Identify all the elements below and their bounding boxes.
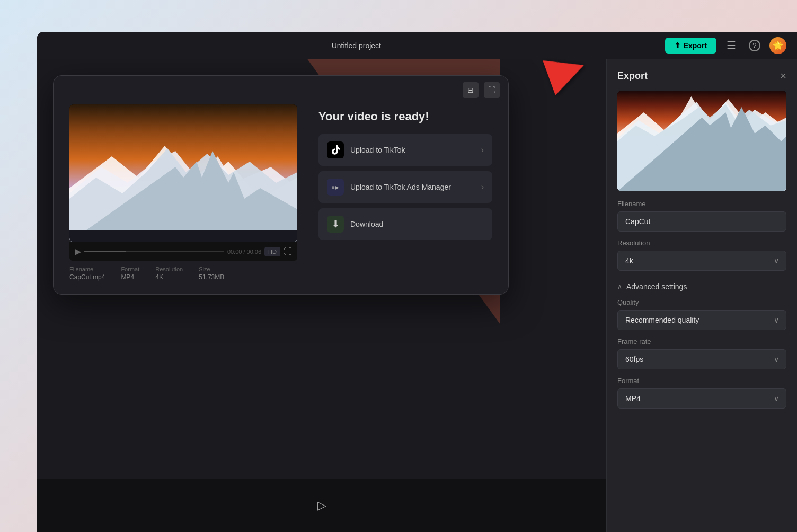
mountain-background-panel: [617, 91, 786, 191]
close-panel-button[interactable]: ×: [780, 70, 786, 82]
upload-tiktok-ads-left: ≡▶ Upload to TikTok Ads Manager: [327, 179, 451, 196]
format-select-wrapper: MP4 MOV GIF: [617, 388, 786, 409]
download-label: Download: [350, 220, 383, 228]
export-up-icon: ⬆: [675, 41, 680, 49]
export-button[interactable]: ⬆ Export: [665, 38, 716, 54]
editor-area: ⊟ ⛶: [37, 59, 606, 532]
download-button[interactable]: ⬇ Download: [318, 208, 492, 240]
download-icon: ⬇: [327, 216, 344, 233]
close-icon: ×: [780, 70, 786, 82]
user-avatar[interactable]: 🌟: [769, 37, 786, 54]
svg-rect-4: [69, 230, 297, 242]
upload-tiktok-ads-button[interactable]: ≡▶ Upload to TikTok Ads Manager ›: [318, 171, 492, 203]
play-icon-small[interactable]: ▶: [75, 246, 81, 256]
menu-icon-button[interactable]: ☰: [723, 37, 740, 54]
panel-header: Export ×: [607, 59, 797, 91]
format-value: MP4: [121, 273, 139, 281]
app-window: Untitled project ⬆ Export ☰ ? 🌟: [37, 32, 797, 532]
size-value: 51.73MB: [199, 273, 224, 281]
framerate-field-label: Frame rate: [617, 338, 786, 345]
advanced-settings-toggle[interactable]: ∧ Advanced settings: [607, 278, 797, 298]
resolution-select-wrapper: 1080p 2k 4k: [617, 251, 786, 271]
upload-tiktok-label: Upload to TikTok: [350, 146, 405, 154]
filename-input[interactable]: [617, 211, 786, 232]
progress-bar[interactable]: [84, 251, 224, 252]
filename-field-group: Filename: [607, 200, 797, 239]
help-icon-button[interactable]: ?: [746, 37, 763, 54]
resolution-field-label: Resolution: [617, 239, 786, 247]
export-label: Export: [684, 41, 707, 50]
editor-strip: ▷: [37, 479, 606, 532]
total-duration: 00:06: [247, 249, 262, 255]
quality-field-group: Quality Recommended quality High quality…: [607, 298, 797, 338]
chevron-right-tiktok-ads: ›: [481, 182, 484, 192]
mountain-background-left: [69, 104, 297, 242]
time-display: 00:00 / 00:06: [227, 249, 261, 255]
project-title: Untitled project: [332, 41, 381, 50]
mountain-svg-left: [69, 146, 297, 242]
upload-tiktok-left: Upload to TikTok: [327, 141, 405, 158]
mountain-svg-panel: [617, 91, 786, 191]
quality-badge: HD: [264, 247, 280, 256]
export-preview-thumbnail: [617, 91, 786, 191]
modal-subtitle-icon-button[interactable]: ⊟: [463, 82, 479, 98]
avatar-icon: 🌟: [773, 40, 783, 50]
info-size: Size 51.73MB: [199, 266, 224, 281]
fullscreen-small-icon[interactable]: ⛶: [284, 247, 292, 256]
resolution-value: 4K: [155, 273, 183, 281]
resolution-field-group: Resolution 1080p 2k 4k: [607, 239, 797, 278]
video-thumbnail: [69, 104, 297, 242]
framerate-field-group: Frame rate 24fps 30fps 60fps: [607, 338, 797, 377]
help-icon: ?: [749, 40, 760, 51]
video-preview-section: ▶ 00:00 / 00:06 HD ⛶: [69, 104, 297, 283]
info-filename: Filename CapCut.mp4: [69, 266, 105, 281]
play-button-main[interactable]: ▷: [313, 497, 330, 514]
video-ready-modal: ⊟ ⛶: [53, 75, 509, 295]
resolution-label: Resolution: [155, 266, 183, 272]
resolution-select[interactable]: 1080p 2k 4k: [617, 251, 786, 271]
tiktok-ads-icon: ≡▶: [327, 179, 344, 196]
subtitle-icon: ⊟: [467, 86, 474, 94]
quality-field-label: Quality: [617, 298, 786, 306]
current-time: 00:00: [227, 249, 242, 255]
upload-tiktok-button[interactable]: Upload to TikTok ›: [318, 134, 492, 166]
play-icon: ▷: [317, 499, 326, 512]
quality-select-wrapper: Recommended quality High quality Low qua…: [617, 310, 786, 330]
format-field-label: Format: [617, 377, 786, 385]
top-bar: Untitled project ⬆ Export ☰ ? 🌟: [37, 32, 797, 59]
chevron-up-icon: ∧: [617, 283, 622, 290]
export-panel: Export × Filename: [606, 59, 797, 532]
download-left: ⬇ Download: [327, 216, 383, 233]
fullscreen-icon: ⛶: [488, 86, 495, 94]
filename-field-label: Filename: [617, 200, 786, 208]
info-resolution: Resolution 4K: [155, 266, 183, 281]
progress-fill: [84, 251, 126, 252]
filename-value: CapCut.mp4: [69, 273, 105, 281]
video-info-bar: Filename CapCut.mp4 Format MP4 Resolutio…: [69, 261, 297, 283]
size-label: Size: [199, 266, 224, 272]
quality-select[interactable]: Recommended quality High quality Low qua…: [617, 310, 786, 330]
format-field-group: Format MP4 MOV GIF: [607, 377, 797, 416]
main-content: ⊟ ⛶: [37, 59, 797, 532]
chevron-right-tiktok: ›: [481, 145, 484, 155]
framerate-select-wrapper: 24fps 30fps 60fps: [617, 349, 786, 369]
advanced-settings-label: Advanced settings: [626, 282, 687, 291]
format-label: Format: [121, 266, 139, 272]
video-ready-title: Your video is ready!: [318, 110, 492, 123]
menu-icon: ☰: [727, 39, 736, 52]
modal-actions-section: Your video is ready! Upload to TikTok: [318, 104, 492, 283]
filename-label: Filename: [69, 266, 105, 272]
info-format: Format MP4: [121, 266, 139, 281]
top-bar-actions: ⬆ Export ☰ ? 🌟: [665, 37, 786, 54]
upload-tiktok-ads-label: Upload to TikTok Ads Manager: [350, 183, 451, 191]
modal-top-bar: ⊟ ⛶: [54, 76, 508, 104]
modal-fullscreen-icon-button[interactable]: ⛶: [484, 82, 500, 98]
tiktok-icon: [327, 141, 344, 158]
framerate-select[interactable]: 24fps 30fps 60fps: [617, 349, 786, 369]
video-controls: ▶ 00:00 / 00:06 HD ⛶: [69, 242, 297, 261]
panel-title: Export: [617, 70, 648, 82]
modal-body: ▶ 00:00 / 00:06 HD ⛶: [54, 104, 508, 294]
format-select[interactable]: MP4 MOV GIF: [617, 388, 786, 409]
